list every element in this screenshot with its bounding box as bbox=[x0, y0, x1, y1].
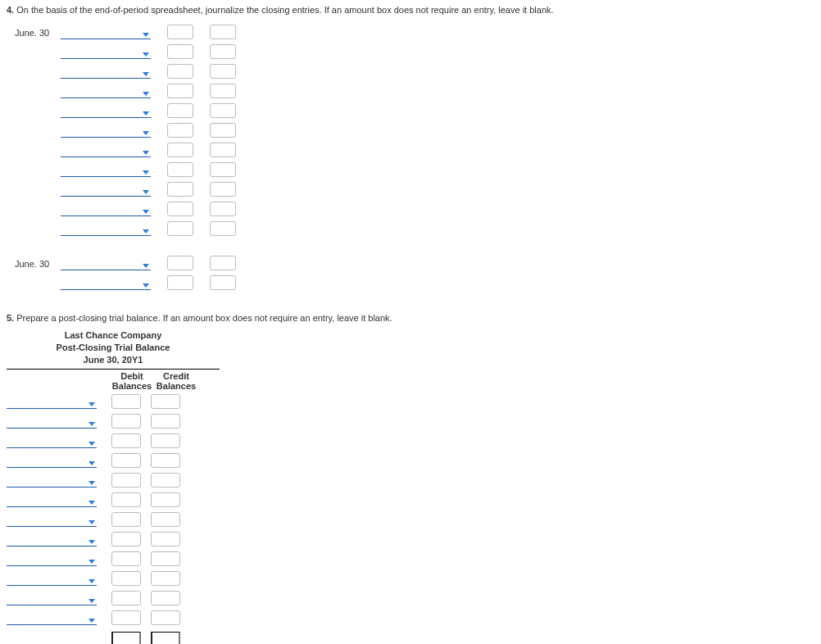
tb-debit-input[interactable] bbox=[111, 473, 141, 488]
debit-amount-input[interactable] bbox=[167, 123, 193, 138]
account-dropdown[interactable] bbox=[61, 83, 151, 98]
account-dropdown[interactable] bbox=[61, 43, 151, 59]
debit-amount-input[interactable] bbox=[167, 275, 193, 290]
chevron-down-icon[interactable] bbox=[88, 560, 95, 564]
tb-account-dropdown[interactable] bbox=[7, 570, 97, 586]
credit-amount-input[interactable] bbox=[210, 182, 236, 197]
debit-amount-input[interactable] bbox=[167, 25, 193, 39]
tb-credit-input[interactable] bbox=[151, 394, 180, 409]
credit-amount-input[interactable] bbox=[210, 103, 236, 118]
chevron-down-icon[interactable] bbox=[88, 422, 95, 426]
debit-amount-input[interactable] bbox=[167, 44, 193, 59]
credit-amount-input[interactable] bbox=[210, 202, 236, 216]
tb-total-credit[interactable] bbox=[151, 632, 180, 644]
debit-amount-input[interactable] bbox=[167, 256, 193, 270]
debit-amount-input[interactable] bbox=[167, 64, 193, 79]
debit-amount-input[interactable] bbox=[167, 221, 193, 236]
debit-amount-input[interactable] bbox=[167, 143, 193, 157]
tb-debit-input[interactable] bbox=[111, 512, 141, 527]
tb-credit-input[interactable] bbox=[151, 571, 180, 586]
tb-credit-input[interactable] bbox=[151, 473, 180, 488]
account-dropdown[interactable] bbox=[61, 102, 151, 118]
account-dropdown[interactable] bbox=[61, 220, 151, 236]
tb-credit-input[interactable] bbox=[151, 591, 180, 605]
tb-debit-input[interactable] bbox=[111, 453, 141, 468]
tb-account-dropdown[interactable] bbox=[7, 413, 97, 429]
credit-amount-input[interactable] bbox=[210, 84, 236, 98]
tb-credit-input[interactable] bbox=[151, 532, 180, 546]
chevron-down-icon[interactable] bbox=[143, 131, 149, 135]
chevron-down-icon[interactable] bbox=[143, 111, 149, 116]
chevron-down-icon[interactable] bbox=[88, 579, 95, 583]
account-dropdown[interactable] bbox=[61, 63, 151, 79]
credit-amount-input[interactable] bbox=[210, 162, 236, 177]
tb-account-dropdown[interactable] bbox=[7, 511, 97, 527]
chevron-down-icon[interactable] bbox=[88, 501, 95, 505]
credit-amount-input[interactable] bbox=[210, 221, 236, 236]
chevron-down-icon[interactable] bbox=[88, 599, 95, 603]
tb-account-dropdown[interactable] bbox=[7, 610, 97, 625]
chevron-down-icon[interactable] bbox=[143, 52, 149, 57]
chevron-down-icon[interactable] bbox=[88, 520, 95, 524]
tb-debit-input[interactable] bbox=[111, 591, 141, 605]
tb-credit-input[interactable] bbox=[151, 453, 180, 468]
tb-credit-input[interactable] bbox=[151, 433, 180, 448]
chevron-down-icon[interactable] bbox=[88, 540, 95, 544]
tb-debit-input[interactable] bbox=[111, 414, 141, 429]
tb-debit-input[interactable] bbox=[111, 532, 141, 546]
credit-amount-input[interactable] bbox=[210, 64, 236, 79]
chevron-down-icon[interactable] bbox=[143, 190, 149, 194]
tb-debit-input[interactable] bbox=[111, 551, 141, 566]
tb-debit-input[interactable] bbox=[111, 571, 141, 586]
chevron-down-icon[interactable] bbox=[143, 283, 149, 288]
credit-amount-input[interactable] bbox=[210, 25, 236, 39]
account-dropdown[interactable] bbox=[61, 274, 151, 290]
credit-amount-input[interactable] bbox=[210, 44, 236, 59]
tb-credit-input[interactable] bbox=[151, 492, 180, 507]
account-dropdown[interactable] bbox=[61, 161, 151, 177]
chevron-down-icon[interactable] bbox=[143, 151, 149, 155]
account-dropdown[interactable] bbox=[61, 122, 151, 138]
chevron-down-icon[interactable] bbox=[88, 481, 95, 485]
tb-account-dropdown[interactable] bbox=[7, 472, 97, 488]
tb-credit-input[interactable] bbox=[151, 414, 180, 429]
tb-account-dropdown[interactable] bbox=[7, 590, 97, 605]
debit-amount-input[interactable] bbox=[167, 202, 193, 216]
chevron-down-icon[interactable] bbox=[88, 402, 95, 406]
tb-total-debit[interactable] bbox=[111, 632, 141, 644]
chevron-down-icon[interactable] bbox=[143, 264, 149, 268]
debit-amount-input[interactable] bbox=[167, 84, 193, 98]
debit-amount-input[interactable] bbox=[167, 182, 193, 197]
account-dropdown[interactable] bbox=[61, 24, 151, 39]
tb-credit-input[interactable] bbox=[151, 512, 180, 527]
chevron-down-icon[interactable] bbox=[88, 461, 95, 465]
tb-account-dropdown[interactable] bbox=[7, 492, 97, 507]
credit-amount-input[interactable] bbox=[210, 123, 236, 138]
chevron-down-icon[interactable] bbox=[88, 619, 95, 623]
tb-credit-input[interactable] bbox=[151, 610, 180, 625]
chevron-down-icon[interactable] bbox=[88, 442, 95, 446]
chevron-down-icon[interactable] bbox=[143, 170, 149, 175]
chevron-down-icon[interactable] bbox=[143, 210, 149, 214]
tb-account-dropdown[interactable] bbox=[7, 393, 97, 409]
credit-amount-input[interactable] bbox=[210, 275, 236, 290]
account-dropdown[interactable] bbox=[61, 201, 151, 216]
credit-amount-input[interactable] bbox=[210, 143, 236, 157]
tb-debit-input[interactable] bbox=[111, 610, 141, 625]
tb-credit-input[interactable] bbox=[151, 551, 180, 566]
credit-amount-input[interactable] bbox=[210, 256, 236, 270]
tb-debit-input[interactable] bbox=[111, 394, 141, 409]
chevron-down-icon[interactable] bbox=[143, 72, 149, 76]
account-dropdown[interactable] bbox=[61, 142, 151, 157]
tb-debit-input[interactable] bbox=[111, 492, 141, 507]
debit-amount-input[interactable] bbox=[167, 103, 193, 118]
debit-amount-input[interactable] bbox=[167, 162, 193, 177]
tb-account-dropdown[interactable] bbox=[7, 433, 97, 448]
tb-account-dropdown[interactable] bbox=[7, 551, 97, 566]
tb-debit-input[interactable] bbox=[111, 433, 141, 448]
chevron-down-icon[interactable] bbox=[143, 92, 149, 96]
tb-account-dropdown[interactable] bbox=[7, 452, 97, 468]
chevron-down-icon[interactable] bbox=[143, 33, 149, 37]
tb-account-dropdown[interactable] bbox=[7, 531, 97, 546]
chevron-down-icon[interactable] bbox=[143, 229, 149, 234]
